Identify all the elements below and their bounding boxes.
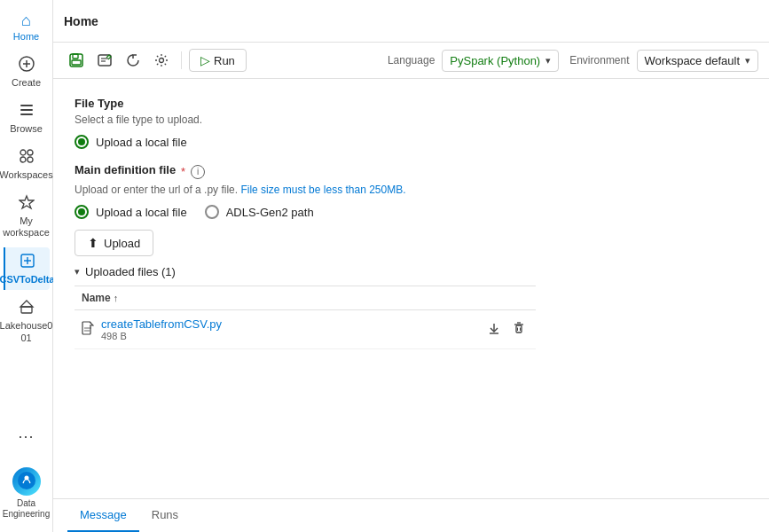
svg-point-16 bbox=[18, 472, 35, 489]
upload-button-label: Upload bbox=[104, 237, 140, 250]
info-icon[interactable]: i bbox=[191, 165, 205, 179]
sidebar-item-csvtodelta[interactable]: CSVToDelta bbox=[4, 247, 50, 290]
local-file-radio[interactable] bbox=[75, 205, 89, 219]
tabs-bar: Message Runs bbox=[53, 499, 769, 532]
svg-point-17 bbox=[24, 475, 28, 480]
svg-rect-3 bbox=[20, 105, 33, 106]
settings-button[interactable] bbox=[149, 48, 174, 73]
my-workspace-icon bbox=[19, 194, 35, 213]
svg-rect-5 bbox=[20, 113, 33, 115]
sidebar-item-browse[interactable]: Browse bbox=[4, 97, 50, 139]
create-icon bbox=[19, 56, 35, 74]
sort-asc-icon[interactable]: ↑ bbox=[114, 293, 119, 303]
svg-marker-15 bbox=[20, 301, 33, 307]
sidebar-item-label: CSVToDelta bbox=[0, 274, 55, 285]
svg-rect-20 bbox=[72, 60, 81, 65]
tab-message[interactable]: Message bbox=[67, 499, 139, 532]
sidebar-item-create[interactable]: Create bbox=[4, 51, 50, 93]
edit-button[interactable] bbox=[92, 48, 117, 73]
sidebar-item-label: Workspaces bbox=[0, 169, 53, 180]
svg-point-6 bbox=[20, 150, 26, 155]
svg-point-24 bbox=[160, 59, 164, 63]
adls-option[interactable]: ADLS-Gen2 path bbox=[205, 205, 314, 219]
refresh-button[interactable] bbox=[121, 48, 145, 73]
file-actions bbox=[484, 320, 529, 339]
tab-runs[interactable]: Runs bbox=[139, 499, 191, 532]
svg-rect-4 bbox=[20, 109, 33, 111]
more-icon: ··· bbox=[18, 427, 34, 446]
upload-icon: ⬆ bbox=[88, 236, 98, 250]
required-indicator: * bbox=[181, 165, 185, 178]
upload-local-radio[interactable] bbox=[75, 135, 89, 149]
adls-label: ADLS-Gen2 path bbox=[226, 206, 314, 219]
sidebar-item-data-engineering[interactable]: DataEngineering bbox=[4, 462, 50, 525]
sidebar-item-lakehouse[interactable]: Lakehouse001 bbox=[4, 293, 50, 348]
main-definition-section: Main definition file * i Upload or enter… bbox=[75, 163, 748, 349]
file-name[interactable]: createTablefromCSV.py bbox=[101, 317, 222, 331]
table-row: createTablefromCSV.py 498 B bbox=[75, 310, 536, 349]
sidebar-item-label: Lakehouse001 bbox=[0, 320, 52, 343]
language-chevron-icon: ▾ bbox=[545, 55, 551, 66]
delete-file-button[interactable] bbox=[509, 320, 529, 339]
file-name-column: createTablefromCSV.py 498 B bbox=[82, 317, 484, 341]
svg-point-9 bbox=[27, 157, 33, 162]
download-file-button[interactable] bbox=[484, 320, 504, 339]
svg-point-7 bbox=[27, 150, 33, 155]
upload-local-label: Upload a local file bbox=[96, 136, 187, 149]
content-area: File Type Select a file type to upload. … bbox=[53, 79, 769, 498]
local-file-label: Upload a local file bbox=[96, 206, 187, 219]
save-button[interactable] bbox=[64, 48, 89, 73]
main-def-header: Main definition file * i bbox=[75, 163, 748, 180]
main-panel: Home bbox=[53, 0, 769, 532]
uploaded-files-toggle[interactable]: ▾ Uploaded files (1) bbox=[75, 265, 748, 278]
avatar-icon bbox=[17, 471, 36, 493]
csvtodelta-icon bbox=[20, 253, 35, 271]
collapse-icon: ▾ bbox=[75, 266, 80, 278]
language-selector[interactable]: PySpark (Python) ▾ bbox=[442, 50, 559, 72]
svg-rect-21 bbox=[98, 55, 111, 66]
file-info: createTablefromCSV.py 498 B bbox=[101, 317, 222, 341]
main-def-desc-link[interactable]: File size must be less than 250MB. bbox=[240, 184, 405, 196]
environment-selector[interactable]: Workspace default ▾ bbox=[637, 50, 758, 72]
files-table: Name ↑ cre bbox=[75, 286, 536, 349]
main-def-title: Main definition file bbox=[75, 163, 176, 176]
upload-type-group: Upload a local file ADLS-Gen2 path bbox=[75, 205, 748, 219]
sidebar-item-label: Create bbox=[12, 77, 41, 88]
lakehouse-icon bbox=[19, 299, 35, 317]
file-type-description: Select a file type to upload. bbox=[75, 113, 748, 126]
toolbar: ▷ Run Language PySpark (Python) ▾ Enviro… bbox=[53, 43, 769, 79]
sidebar: ⌂ Home Create Browse bbox=[0, 0, 53, 532]
environment-chevron-icon: ▾ bbox=[745, 55, 750, 66]
sidebar-item-more[interactable]: ··· bbox=[4, 422, 50, 451]
local-file-option[interactable]: Upload a local file bbox=[75, 205, 187, 219]
sidebar-item-label: Home bbox=[13, 31, 39, 42]
run-button[interactable]: ▷ Run bbox=[189, 49, 247, 72]
svg-rect-14 bbox=[21, 307, 32, 313]
adls-radio[interactable] bbox=[205, 205, 219, 219]
run-icon: ▷ bbox=[200, 53, 210, 67]
upload-local-file-option[interactable]: Upload a local file bbox=[75, 135, 748, 149]
topbar: Home bbox=[53, 0, 769, 43]
svg-rect-30 bbox=[516, 325, 522, 332]
sidebar-item-label: Browse bbox=[10, 123, 43, 134]
svg-marker-10 bbox=[20, 196, 34, 208]
file-type-title: File Type bbox=[75, 97, 748, 110]
main-def-desc-text: Upload or enter the url of a .py file. bbox=[75, 184, 240, 196]
file-doc-icon bbox=[82, 321, 94, 338]
workspaces-icon bbox=[19, 148, 35, 167]
page-title: Home bbox=[64, 14, 98, 28]
svg-point-8 bbox=[20, 157, 26, 162]
file-size: 498 B bbox=[101, 331, 222, 341]
data-engineering-label: DataEngineering bbox=[3, 498, 50, 520]
sidebar-item-home[interactable]: ⌂ Home bbox=[4, 7, 50, 47]
sidebar-item-label: My workspace bbox=[3, 215, 50, 239]
environment-label: Environment bbox=[569, 54, 629, 66]
uploaded-files-label: Uploaded files (1) bbox=[85, 265, 176, 278]
upload-button[interactable]: ⬆ Upload bbox=[75, 230, 153, 256]
sidebar-item-workspaces[interactable]: Workspaces bbox=[4, 143, 50, 185]
name-column-header: Name bbox=[82, 292, 111, 304]
toolbar-divider bbox=[181, 51, 182, 69]
language-value: PySpark (Python) bbox=[450, 54, 540, 67]
environment-value: Workspace default bbox=[645, 54, 740, 67]
sidebar-item-my-workspace[interactable]: My workspace bbox=[4, 189, 50, 244]
